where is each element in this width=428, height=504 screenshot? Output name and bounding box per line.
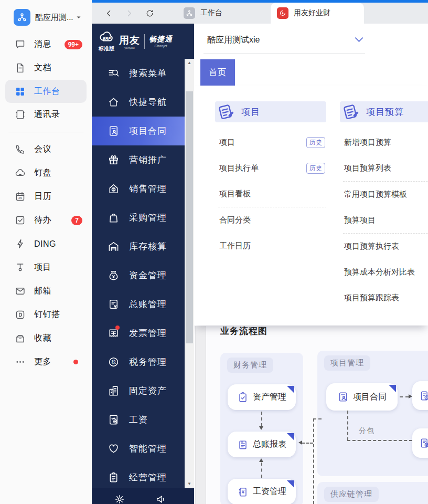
unread-badge: 7 <box>71 216 82 225</box>
refresh-icon <box>145 9 154 18</box>
menu-item[interactable]: 项目执行单历史 <box>215 155 326 181</box>
flow-title: 业务流程图 <box>220 325 268 337</box>
erp-menu-item-inventory[interactable]: 库存核算 <box>92 232 185 261</box>
scroll-thumb[interactable] <box>186 91 193 343</box>
menu-column-header: 项目预算 <box>340 101 428 122</box>
erp-menu-item-general-ledger[interactable]: 总账管理 <box>92 290 185 319</box>
menu-item[interactable]: 项目预算跟踪表 <box>340 285 428 311</box>
sidebar-item-contacts[interactable]: 通讯录 <box>0 103 92 127</box>
menu-item[interactable]: 工作日历 <box>215 233 326 259</box>
refresh-button[interactable] <box>143 7 156 19</box>
scroll-down-arrow[interactable]: ▼ <box>185 480 194 488</box>
flow-node-ledger-report[interactable]: 总账报表 <box>228 432 296 457</box>
sidebar-item-messages[interactable]: 消息99+ <box>0 33 92 56</box>
cool-app-icon <box>14 9 30 26</box>
menu-item[interactable]: 项目历史 <box>215 130 326 155</box>
browser-tab-yonyou-app[interactable]: 用友好业财 <box>271 3 364 24</box>
sidebar-item-mail[interactable]: 邮箱 <box>0 279 92 303</box>
erp-menu-item-smart-mgmt[interactable]: 智能管理 <box>92 434 185 463</box>
announcement-horn-icon[interactable] <box>155 494 167 504</box>
doc-icon <box>15 62 26 74</box>
history-badge[interactable]: 历史 <box>306 163 325 174</box>
sidebar-item-todo[interactable]: 待办7 <box>0 208 92 232</box>
erp-menu-item-project-contract[interactable]: 项目合同 <box>92 117 185 145</box>
contract-icon <box>337 391 349 403</box>
erp-nav: 搜索菜单快捷导航项目合同营销推广$销售管理采购管理库存核算资金管理总账管理发票管… <box>92 59 185 492</box>
org-icon <box>184 7 195 19</box>
home-icon <box>108 96 120 108</box>
history-badge[interactable]: 历史 <box>306 137 325 148</box>
browser-tab-workbench[interactable]: 工作台 <box>177 3 271 24</box>
flow-connector <box>302 443 313 444</box>
caret-down-icon <box>76 14 82 20</box>
erp-menu-item-funds[interactable]: 资金管理 <box>92 261 185 290</box>
cloud-icon <box>15 167 26 178</box>
menu-item-label: 项目预算跟踪表 <box>344 293 399 303</box>
sidebar-item-workbench[interactable]: 工作台 <box>5 80 87 103</box>
menu-column-0: 项目项目历史项目执行单历史项目看板合同分类工作日历 <box>215 101 326 259</box>
sidebar-item-projects[interactable]: 项目 <box>0 256 92 279</box>
heart-icon <box>108 443 120 455</box>
pin-icon <box>15 262 26 273</box>
scroll-up-arrow[interactable]: ▲ <box>185 59 194 67</box>
sidebar-item-label: 钉钉搭 <box>34 309 60 320</box>
cloud-erp-icon: ERP <box>97 30 116 46</box>
app-selector[interactable]: 酷应用测... <box>0 0 92 33</box>
app-swirl-icon <box>279 9 286 17</box>
flow-node-partial-right2[interactable] <box>412 428 428 458</box>
menu-item[interactable]: 项目预算执行表 <box>340 234 428 259</box>
settings-gear-icon[interactable] <box>114 494 125 504</box>
sidebar-item-drive[interactable]: 钉盘 <box>0 161 92 185</box>
sidebar-item-more[interactable]: 更多 <box>0 350 92 374</box>
flow-connector <box>261 412 262 426</box>
menu-item[interactable]: 预算成本分析对比表 <box>340 259 428 285</box>
flow-node-project-contract[interactable]: 项目合同 <box>326 383 398 411</box>
org-chevron-down-icon[interactable] <box>353 34 365 46</box>
content-scrollbar[interactable] <box>195 326 206 504</box>
menu-item[interactable]: 常用项目预算模板 <box>340 182 428 207</box>
ellipsis-icon <box>15 356 26 368</box>
flow-section-finance: 财务管理 资产管理 总账报表 <box>220 353 303 504</box>
gift-icon <box>108 154 120 166</box>
flow-edge-label: 分包 <box>359 426 374 436</box>
erp-menu-item-tax[interactable]: 税税务管理 <box>92 348 185 376</box>
sidebar-item-favorites[interactable]: 收藏 <box>0 327 92 350</box>
sidebar-item-label: 更多 <box>34 356 51 368</box>
tab-home[interactable]: 首页 <box>200 59 235 86</box>
erp-menu-item-operations[interactable]: 经营管理 <box>92 463 185 492</box>
payroll-icon <box>108 414 120 426</box>
menu-item[interactable]: 项目预算列表 <box>340 155 428 181</box>
menu-item[interactable]: 新增项目预算 <box>340 130 428 155</box>
bag-icon <box>108 212 120 224</box>
flow-node-payroll-mgmt[interactable]: 工资管理 <box>228 479 296 504</box>
back-button[interactable] <box>102 7 115 19</box>
erp-menu-item-search-menu[interactable]: 搜索菜单 <box>92 59 185 88</box>
sidebar-item-dingtalk-build[interactable]: 钉钉搭 <box>0 303 92 327</box>
erp-menu-item-sales[interactable]: $销售管理 <box>92 174 185 203</box>
flow-node-label: 总账报表 <box>253 439 286 450</box>
flow-node-asset-mgmt[interactable]: 资产管理 <box>228 384 296 410</box>
erp-menu-item-purchasing[interactable]: 采购管理 <box>92 203 185 232</box>
sales-house-icon: $ <box>108 183 120 195</box>
erp-menu-item-fixed-assets[interactable]: 固定资产 <box>92 376 185 405</box>
grid-icon <box>15 86 26 97</box>
sidebar-item-meetings[interactable]: 会议 <box>0 138 92 161</box>
flow-node-partial-right[interactable] <box>412 381 428 410</box>
menu-column-1: 项目预算新增项目预算项目预算列表常用项目预算模板预算项目项目预算执行表预算成本分… <box>340 101 428 311</box>
menu-item[interactable]: 项目看板 <box>215 181 326 207</box>
browser-tab-label: 工作台 <box>200 8 222 18</box>
erp-menu-item-label: 搜索菜单 <box>129 67 167 79</box>
sidebar-item-ding[interactable]: DING <box>0 232 92 256</box>
erp-menu-item-invoices[interactable]: 发票管理 <box>92 319 185 348</box>
sidebar-item-docs[interactable]: 文档 <box>0 56 92 80</box>
erp-menu-item-quick-nav[interactable]: 快捷导航 <box>92 88 185 117</box>
menu-item-label: 合同分类 <box>219 215 251 225</box>
menu-item[interactable]: 合同分类 <box>215 207 326 233</box>
node-corner-flag <box>287 433 294 440</box>
menu-item[interactable]: 预算项目 <box>340 207 428 233</box>
erp-sidebar-scrollbar[interactable]: ▲ ▼ <box>185 59 194 488</box>
erp-menu-item-payroll[interactable]: 工资 <box>92 405 185 434</box>
erp-menu-item-marketing[interactable]: 营销推广 <box>92 145 185 174</box>
sidebar-item-calendar[interactable]: 26日历 <box>0 185 92 208</box>
forward-button[interactable] <box>123 7 135 19</box>
